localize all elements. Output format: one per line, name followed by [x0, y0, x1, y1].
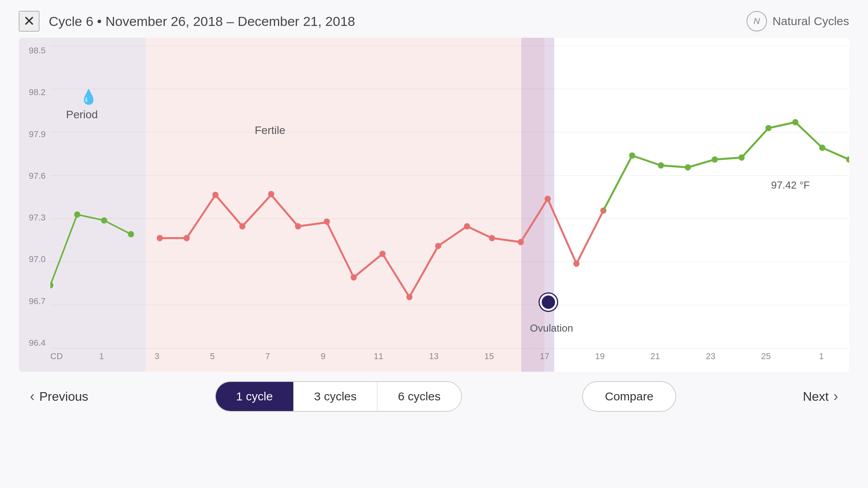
- red-dot: [518, 239, 524, 245]
- red-dot: [184, 235, 190, 241]
- x-label-25: 25: [756, 351, 776, 361]
- green-line-right: [603, 122, 849, 211]
- next-label: Next: [803, 389, 829, 404]
- green-dot: [765, 125, 772, 131]
- red-dot: [351, 274, 357, 281]
- toolbar: ‹ Previous 1 cycle 3 cycles 6 cycles Com…: [0, 372, 868, 421]
- x-label-15: 15: [479, 351, 499, 361]
- x-label-1: 1: [92, 351, 111, 361]
- green-dot: [128, 231, 134, 237]
- red-dot: [406, 294, 413, 300]
- x-label-21: 21: [645, 351, 665, 361]
- x-label-end: 1: [811, 351, 831, 361]
- red-dot: [379, 251, 386, 257]
- green-dot: [792, 119, 798, 125]
- brand-initial: N: [754, 16, 760, 26]
- close-button[interactable]: ✕: [19, 11, 39, 31]
- cycle-btn-3[interactable]: 3 cycles: [294, 382, 377, 411]
- x-label-23: 23: [701, 351, 721, 361]
- brand-logo: N: [747, 11, 767, 31]
- green-dot: [739, 154, 745, 161]
- green-dot: [658, 162, 664, 169]
- x-label-11: 11: [369, 351, 388, 361]
- x-axis: CD 1 3 5 7 9 11 13 15 17 19 21 23 25 1: [50, 348, 849, 372]
- y-label-982: 98.2: [19, 87, 50, 97]
- red-dot: [239, 223, 246, 229]
- red-dot: [574, 261, 580, 267]
- red-dot: [157, 235, 163, 241]
- brand: N Natural Cycles: [747, 11, 849, 31]
- next-arrow-icon: ›: [833, 388, 838, 405]
- red-dot: [435, 243, 441, 249]
- cycle-title: Cycle 6 • November 26, 2018 – December 2…: [49, 14, 747, 29]
- cycle-btn-6[interactable]: 6 cycles: [377, 382, 461, 411]
- cycle-btn-1[interactable]: 1 cycle: [216, 382, 294, 411]
- x-label-13: 13: [424, 351, 443, 361]
- y-label-970: 97.0: [19, 254, 50, 264]
- x-label-9: 9: [313, 351, 333, 361]
- green-dot: [74, 211, 81, 218]
- y-label-964: 96.4: [19, 338, 50, 348]
- y-label-985: 98.5: [19, 46, 50, 56]
- close-icon: ✕: [23, 14, 35, 28]
- chart-area: 💧 Period Fertile Ovulation 97.42 °F 98.5…: [19, 38, 849, 372]
- green-line-left: [50, 215, 131, 285]
- previous-label: Previous: [39, 389, 88, 404]
- x-labels: 1 3 5 7 9 11 13 15 17 19 21 23 25 1: [74, 351, 849, 361]
- x-label-17: 17: [535, 351, 554, 361]
- y-axis: 98.5 98.2 97.9 97.6 97.3 97.0 96.7 96.4: [19, 38, 50, 372]
- y-label-973: 97.3: [19, 213, 50, 223]
- green-dot: [629, 152, 635, 159]
- red-dot: [544, 196, 551, 202]
- header: ✕ Cycle 6 • November 26, 2018 – December…: [0, 0, 868, 38]
- x-label-7: 7: [258, 351, 278, 361]
- previous-button[interactable]: ‹ Previous: [24, 385, 95, 408]
- x-label-3: 3: [147, 351, 167, 361]
- y-label-979: 97.9: [19, 129, 50, 139]
- x-label-cd: CD: [50, 351, 74, 361]
- y-label-967: 96.7: [19, 296, 50, 306]
- compare-button[interactable]: Compare: [582, 381, 676, 412]
- x-label-5: 5: [202, 351, 222, 361]
- app-container: ✕ Cycle 6 • November 26, 2018 – December…: [0, 0, 868, 421]
- red-dot: [212, 192, 219, 198]
- green-dot: [819, 145, 826, 151]
- green-dot: [685, 164, 691, 171]
- red-dot: [295, 223, 301, 229]
- red-line: [160, 195, 603, 297]
- green-dot: [50, 282, 53, 288]
- green-dot: [712, 156, 718, 163]
- cycle-buttons-group: 1 cycle 3 cycles 6 cycles: [215, 381, 462, 412]
- x-label-19: 19: [590, 351, 610, 361]
- red-dot: [489, 235, 495, 241]
- red-dot: [268, 191, 274, 197]
- temperature-chart-svg: [50, 46, 849, 348]
- green-dot: [101, 217, 107, 224]
- y-label-976: 97.6: [19, 171, 50, 181]
- red-dot: [464, 223, 470, 229]
- previous-arrow-icon: ‹: [30, 388, 35, 405]
- next-button[interactable]: Next ›: [796, 385, 844, 408]
- brand-name: Natural Cycles: [772, 15, 849, 28]
- red-dot: [324, 218, 330, 225]
